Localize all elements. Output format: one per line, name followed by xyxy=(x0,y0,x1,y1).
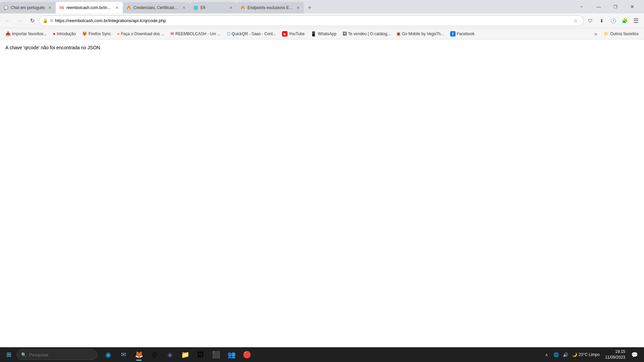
new-tab-button[interactable]: + xyxy=(304,2,315,13)
tab-tab1[interactable]: 💬 Chat em português ✕ xyxy=(0,2,56,13)
tab-label: Endpoints exclusivos Efi | Docu... xyxy=(248,5,293,10)
taskbar-app-teams[interactable]: 👥 xyxy=(224,348,239,361)
titlebar: 💬 Chat em português ✕ R$ reembolcash.com… xyxy=(0,0,644,13)
tab-close-button[interactable]: ✕ xyxy=(181,5,186,10)
notification-button[interactable]: 💬 xyxy=(629,349,640,361)
page-message: A chave 'qrcode' não foi encontrada no J… xyxy=(5,45,639,50)
tab-favicon: 🔥 xyxy=(126,5,131,10)
bookmark-favicon: f xyxy=(450,31,455,37)
tab-close-button[interactable]: ✕ xyxy=(228,5,233,10)
weather-widget[interactable]: 🌙 23°C Limpo xyxy=(571,352,601,357)
tab-tab2[interactable]: R$ reembolcash.com.br/integratio... ✕ xyxy=(56,2,123,13)
bookmark-item-1[interactable]: ● Introdução xyxy=(50,29,78,38)
taskbar-app-edge[interactable]: ◉ xyxy=(101,348,115,361)
bookmarks-bar: 📥 Importar favoritos... ● Introdução 🦊 F… xyxy=(0,28,644,40)
bookmark-label: Introdução xyxy=(57,32,76,36)
bookmark-favicon: ⬡ xyxy=(227,31,230,36)
menu-button[interactable]: ☰ xyxy=(631,15,641,26)
forward-button[interactable]: → xyxy=(15,15,25,26)
page-content: A chave 'qrcode' não foi encontrada no J… xyxy=(0,40,644,347)
bookmark-label: QuickQR - Saas - Cont... xyxy=(232,32,276,36)
bookmark-favicon: ▣ xyxy=(396,31,400,36)
taskbar-app-photos[interactable]: 🖼 xyxy=(193,348,208,361)
tab-tab4[interactable]: 🌐 Efi ✕ xyxy=(190,2,237,13)
bookmark-label: Te vendeu | O catálog... xyxy=(348,32,391,36)
taskbar: ⊞ 🔍 ◉✉🦊◎◈📁🖼⬛👥🔴 ∧ 🌐 🔊 🌙 23°C Limpo 19:15 … xyxy=(0,347,644,362)
clock[interactable]: 19:15 11/09/2023 xyxy=(602,349,628,360)
bookmark-label: Faça o Download dos ... xyxy=(121,32,164,36)
bookmark-favicon: ▶ xyxy=(282,31,287,37)
bookmark-item-3[interactable]: ● Faça o Download dos ... xyxy=(114,29,167,38)
other-favorites-label: Outros favoritos xyxy=(610,32,639,36)
tab-favicon: R$ xyxy=(59,5,64,10)
bookmark-label: REEMBOLCASH - Um ... xyxy=(175,32,221,36)
nav-right-buttons: 🛡 ⬇ 🕐 🧩 ☰ xyxy=(585,15,641,26)
bookmark-button[interactable]: ☆ xyxy=(571,16,580,25)
back-button[interactable]: ← xyxy=(3,15,13,26)
bookmark-label: WhatsApp xyxy=(318,32,336,36)
bookmark-label: Facebook xyxy=(457,32,475,36)
history-button[interactable]: 🕐 xyxy=(608,15,619,26)
taskbar-apps: ◉✉🦊◎◈📁🖼⬛👥🔴 xyxy=(98,348,539,361)
other-favorites-folder[interactable]: 📁 Outros favoritos xyxy=(601,29,641,38)
weather-icon: 🌙 xyxy=(572,352,577,357)
bookmark-item-0[interactable]: 📥 Importar favoritos... xyxy=(3,29,49,38)
tab-tab3[interactable]: 🔥 Credenciais, Certificado e Auto... ✕ xyxy=(123,2,190,13)
taskbar-app-filezilla[interactable]: ⬛ xyxy=(209,348,223,361)
taskbar-app-app2[interactable]: 🔴 xyxy=(239,348,254,361)
bookmark-item-9[interactable]: ▣ Go Mobile by VegaTh... xyxy=(394,29,446,38)
bookmarks-more-button[interactable]: » xyxy=(591,29,600,38)
clock-date: 11/09/2023 xyxy=(605,355,625,360)
bookmark-label: Importar favoritos... xyxy=(12,32,47,36)
weather-text: 23°C Limpo xyxy=(579,352,600,357)
bookmark-favicon: 🦊 xyxy=(82,31,87,36)
bookmark-label: YouTube xyxy=(289,32,305,36)
close-button[interactable]: ✕ xyxy=(625,1,640,12)
minimize-button[interactable]: — xyxy=(591,1,606,12)
url-input[interactable] xyxy=(55,18,569,23)
systray: ∧ 🌐 🔊 🌙 23°C Limpo 19:15 11/09/2023 💬 xyxy=(540,349,643,361)
tab-tab5[interactable]: 🔥 Endpoints exclusivos Efi | Docu... ✕ xyxy=(237,2,304,13)
refresh-button[interactable]: ↻ xyxy=(27,15,38,26)
reader-mode-button[interactable]: 🛡 xyxy=(585,15,596,26)
taskbar-app-chrome[interactable]: ◎ xyxy=(147,348,162,361)
window-controls: — ❐ ✕ xyxy=(587,0,644,13)
bookmark-item-4[interactable]: ✉ REEMBOLCASH - Um ... xyxy=(168,29,223,38)
systray-volume-icon[interactable]: 🔊 xyxy=(561,351,570,359)
taskbar-app-edge2[interactable]: ◈ xyxy=(162,348,177,361)
taskbar-app-firefox[interactable]: 🦊 xyxy=(131,348,146,361)
bookmark-favicon: ● xyxy=(117,31,120,36)
bookmark-item-7[interactable]: 📱 WhatsApp xyxy=(308,29,339,38)
tab-favicon: 💬 xyxy=(3,5,9,10)
security-icon: 🔒 xyxy=(43,18,48,23)
tab-close-button[interactable]: ✕ xyxy=(47,5,52,10)
secure-indicator: ⊙ xyxy=(50,18,53,23)
taskbar-app-files[interactable]: 📁 xyxy=(178,348,193,361)
bookmark-label: Firefox Sync xyxy=(89,32,111,36)
maximize-button[interactable]: ❐ xyxy=(608,1,623,12)
tab-close-button[interactable]: ✕ xyxy=(114,5,119,10)
search-input[interactable] xyxy=(29,352,90,357)
bookmark-label: Go Mobile by VegaTh... xyxy=(402,32,444,36)
folder-icon: 📁 xyxy=(604,32,609,36)
address-bar[interactable]: 🔒 ⊙ ☆ xyxy=(39,15,584,26)
start-button[interactable]: ⊞ xyxy=(1,348,16,361)
extensions-button[interactable]: 🧩 xyxy=(619,15,630,26)
taskbar-search[interactable]: 🔍 xyxy=(17,349,97,360)
systray-chevron[interactable]: ∧ xyxy=(543,351,551,359)
tab-close-button[interactable]: ✕ xyxy=(295,5,301,10)
bookmark-item-5[interactable]: ⬡ QuickQR - Saas - Cont... xyxy=(224,29,279,38)
bookmark-item-6[interactable]: ▶ YouTube xyxy=(279,29,307,38)
taskbar-app-mail[interactable]: ✉ xyxy=(116,348,131,361)
bookmark-item-8[interactable]: 🖼 Te vendeu | O catálog... xyxy=(340,29,393,38)
tab-label: Chat em português xyxy=(11,5,45,10)
download-button[interactable]: ⬇ xyxy=(596,15,607,26)
bookmark-item-2[interactable]: 🦊 Firefox Sync xyxy=(79,29,114,38)
tab-label: reembolcash.com.br/integratio... xyxy=(66,5,112,10)
tabs-dropdown-button[interactable]: ⌄ xyxy=(576,0,587,11)
clock-time: 19:15 xyxy=(615,349,625,355)
bookmark-favicon: ● xyxy=(53,31,55,36)
navbar: ← → ↻ 🔒 ⊙ ☆ 🛡 ⬇ 🕐 🧩 ☰ xyxy=(0,13,644,28)
systray-network-icon[interactable]: 🌐 xyxy=(552,351,560,359)
bookmark-item-10[interactable]: f Facebook xyxy=(447,29,477,38)
